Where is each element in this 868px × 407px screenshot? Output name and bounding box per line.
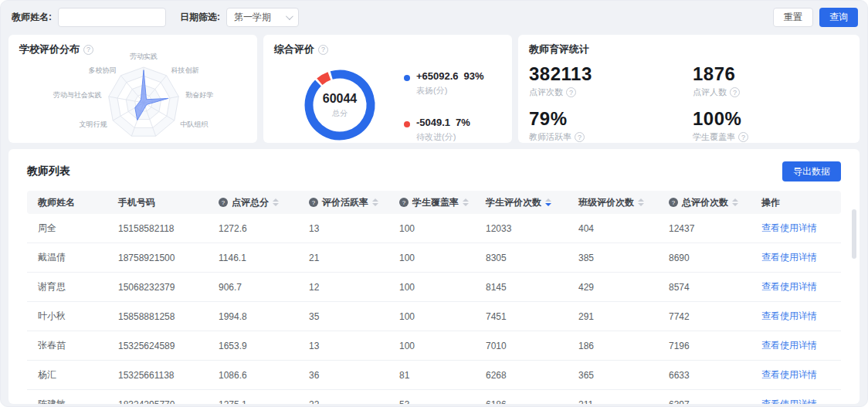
filter-bar: 教师姓名: 日期筛选: 第一学期 重置 查询 [1,1,867,33]
legend-item-improve: -5049.17% 待改进(分) [404,115,484,143]
stat-review-people: 1876 点评人数? [693,63,849,98]
cell-coverage-rate: 100 [399,253,486,263]
view-details-link[interactable]: 查看使用详情 [761,398,817,404]
view-details-link[interactable]: 查看使用详情 [761,280,817,293]
cell-score: 1653.9 [219,341,309,351]
teacher-name-label: 教师姓名: [12,11,52,24]
cell-coverage-rate: 100 [399,311,486,322]
cell-class-reviews: 404 [578,223,669,234]
cell-teacher-name: 戴温倩 [27,251,118,264]
summary-cards: 学校评价分布 ? 劳动实践科技创新勤奋好学中队组织艺术美感体育锻炼文明行规劳动与… [8,35,860,143]
cell-active-rate: 13 [309,223,399,234]
sort-icon[interactable] [463,198,469,206]
teacher-name-input[interactable] [58,8,166,27]
card-title: 综合评价 ? [274,42,501,56]
column-header: 操作 [761,196,841,209]
column-header[interactable]: ?总评价次数 [669,196,761,209]
table-row: 叶小秋 15858881258 1994.8 35 100 7451 291 7… [27,302,841,331]
cell-total-reviews: 6397 [669,399,761,405]
cell-coverage-rate: 81 [399,370,486,381]
column-label: 学生评价次数 [486,196,541,209]
cell-student-reviews: 6186 [486,399,578,405]
stat-value: 79% [529,108,693,130]
cell-score: 1146.1 [219,253,309,263]
composite-score-card: 综合评价 ? 60044 总分 +65092.693% 表 [263,35,512,143]
school-evaluation-card: 学校评价分布 ? 劳动实践科技创新勤奋好学中队组织艺术美感体育锻炼文明行规劳动与… [8,35,257,143]
view-details-link[interactable]: 查看使用详情 [761,251,817,264]
cell-active-rate: 35 [309,311,399,322]
help-icon[interactable]: ? [575,132,585,142]
date-filter-select[interactable]: 第一学期 [226,8,299,27]
column-header[interactable]: 学生评价次数 [486,196,578,209]
cell-phone: 18324295770 [118,399,219,405]
cell-total-reviews: 6633 [669,370,761,381]
column-label: 评价活跃率 [322,196,368,209]
sort-icon[interactable] [273,198,279,206]
cell-student-reviews: 7451 [486,311,578,322]
cell-score: 1275.1 [219,399,309,405]
total-score-label: 总分 [332,108,348,119]
svg-text:劳动实践: 劳动实践 [130,53,158,60]
stat-label: 点评人数? [693,86,849,98]
stat-review-count: 382113 点评次数? [529,63,693,98]
search-button[interactable]: 查询 [819,8,858,27]
cell-active-rate: 21 [309,253,399,263]
sort-icon[interactable] [372,198,378,206]
table-row: 杨汇 15325661138 1086.6 36 81 6268 365 663… [27,361,841,390]
sort-icon[interactable] [638,198,644,206]
scrollbar[interactable] [852,209,856,259]
column-label: 点评总分 [232,196,269,209]
column-label: 手机号码 [118,196,155,209]
teacher-stats-title: 教师育评统计 [529,42,589,56]
donut-center: 60044 总分 [297,63,382,148]
column-header[interactable]: ?学生覆盖率 [399,196,486,209]
legend-value: -5049.17% [416,117,470,128]
donut-legend: +65092.693% 表扬(分) -5049.17% 待改进(分) [404,69,484,148]
column-label: 操作 [761,196,780,209]
stat-value: 1876 [693,63,849,85]
sort-icon[interactable] [545,198,551,206]
info-icon[interactable]: ? [399,198,409,207]
stats-grid: 382113 点评次数? 1876 点评人数? 79% 教师活跃率? [529,63,849,143]
praise-dot-icon [404,75,410,81]
info-icon[interactable]: ? [219,198,228,207]
table-row: 谢育思 15068232379 906.7 12 100 8145 429 85… [27,273,841,302]
composite-score-title: 综合评价 [274,42,314,56]
svg-text:多校协同: 多校协同 [89,66,117,74]
help-icon[interactable]: ? [566,87,576,97]
table-header-bar: 教师列表 导出数据 [27,161,841,181]
cell-active-rate: 13 [309,341,399,351]
info-icon[interactable]: ? [309,198,318,207]
cell-teacher-name: 叶小秋 [27,310,118,323]
column-header[interactable]: ?点评总分 [219,196,309,209]
view-details-link[interactable]: 查看使用详情 [761,339,817,352]
view-details-link[interactable]: 查看使用详情 [761,310,817,323]
stat-label: 教师活跃率? [529,131,693,143]
cell-teacher-name: 杨汇 [27,368,118,382]
cell-coverage-rate: 100 [399,282,486,293]
cell-total-reviews: 7742 [669,311,761,322]
cell-phone: 18758921500 [118,253,219,263]
cell-phone: 15158582118 [118,223,219,234]
cell-total-reviews: 7196 [669,341,761,351]
column-header[interactable]: ?评价活跃率 [309,196,399,209]
table-row: 周全 15158582118 1272.6 13 100 12033 404 1… [27,214,841,243]
table-header-row: 教师姓名手机号码?点评总分?评价活跃率?学生覆盖率学生评价次数班级评价次数?总评… [27,191,841,214]
reset-button[interactable]: 重置 [773,8,813,27]
help-icon[interactable]: ? [318,45,328,55]
help-icon[interactable]: ? [730,87,740,97]
cell-student-reviews: 8305 [486,253,578,263]
export-data-button[interactable]: 导出数据 [782,161,841,181]
sort-icon[interactable] [732,198,738,206]
view-details-link[interactable]: 查看使用详情 [761,368,817,382]
info-icon[interactable]: ? [669,198,678,207]
stat-student-coverage-rate: 100% 学生覆盖率? [693,108,849,143]
stat-value: 382113 [529,63,693,85]
cell-total-reviews: 8574 [669,282,761,293]
cell-class-reviews: 365 [578,370,669,381]
cell-teacher-name: 谢育思 [27,280,118,293]
view-details-link[interactable]: 查看使用详情 [761,222,817,235]
table-title: 教师列表 [27,164,70,178]
help-icon[interactable]: ? [738,132,748,142]
column-header[interactable]: 班级评价次数 [578,196,669,209]
